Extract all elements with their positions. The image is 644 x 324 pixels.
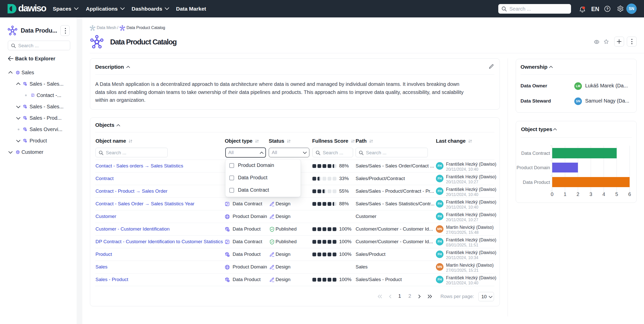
svg-text:5: 5 bbox=[615, 191, 618, 197]
svg-text:Product Domain: Product Domain bbox=[516, 165, 550, 170]
svg-text:Data Contract: Data Contract bbox=[521, 151, 550, 156]
svg-text:3: 3 bbox=[589, 191, 592, 197]
svg-text:6: 6 bbox=[628, 191, 631, 197]
svg-text:?: ? bbox=[606, 7, 609, 11]
svg-text:1: 1 bbox=[564, 191, 566, 197]
svg-text:2: 2 bbox=[577, 191, 579, 197]
svg-text:4: 4 bbox=[602, 191, 605, 197]
svg-text:Data Product: Data Product bbox=[523, 180, 550, 185]
svg-text:0: 0 bbox=[551, 191, 553, 197]
